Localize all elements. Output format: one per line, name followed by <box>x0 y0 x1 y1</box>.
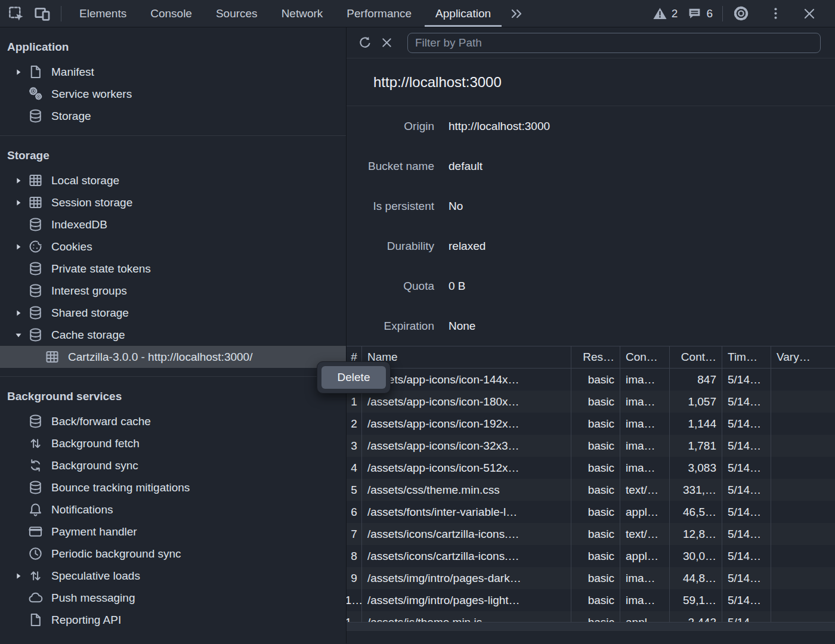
expander-right-icon[interactable] <box>13 197 27 208</box>
sidebar-item-shared-storage[interactable]: Shared storage <box>0 302 346 324</box>
warnings-counter[interactable]: 2 <box>652 6 678 21</box>
sidebar-item-manifest[interactable]: Manifest <box>0 61 346 83</box>
cell: appl… <box>620 545 670 567</box>
cell: 1 <box>347 391 362 413</box>
table-row[interactable]: 5/assets/css/theme.min.cssbasictext/…331… <box>347 479 835 501</box>
tab-elements[interactable]: Elements <box>67 0 138 27</box>
expander-right-icon[interactable] <box>13 67 27 78</box>
table-row[interactable]: 2/assets/app-icons/icon-192x…basicima…1,… <box>347 413 835 435</box>
sidebar-item-storage[interactable]: Storage <box>0 105 346 127</box>
cell <box>771 479 835 501</box>
table-row[interactable]: 1…/assets/js/theme.min.jsbasicappl…2,442… <box>347 611 835 622</box>
cell <box>771 523 835 545</box>
horizontal-scrollbar[interactable] <box>347 622 835 630</box>
table-row[interactable]: 0/assets/app-icons/icon-144x…basicima…84… <box>347 369 835 391</box>
cell: 1… <box>347 611 362 622</box>
column-header-tim[interactable]: Tim… <box>722 346 771 368</box>
sidebar-item-label: Bounce tracking mitigations <box>51 481 190 494</box>
cell: 5/14… <box>722 501 771 523</box>
settings-gear-icon[interactable] <box>732 5 750 22</box>
sidebar-item-push-messaging[interactable]: Push messaging <box>0 587 346 609</box>
column-header-cont[interactable]: Cont… <box>670 346 722 368</box>
expander-spacer <box>30 352 44 363</box>
application-sidebar: ApplicationManifestService workersStorag… <box>0 27 347 643</box>
expander-right-icon[interactable] <box>13 175 27 186</box>
sidebar-item-local-storage[interactable]: Local storage <box>0 169 346 191</box>
tabbar-right-group: 2 6 <box>652 0 835 27</box>
tab-performance[interactable]: Performance <box>335 0 423 27</box>
column-header-res[interactable]: Res… <box>571 346 620 368</box>
cell: 2 <box>347 413 362 435</box>
expander-right-icon[interactable] <box>13 308 27 318</box>
column-header-vary[interactable]: Vary… <box>771 346 835 368</box>
section-header-storage: Storage <box>0 144 346 169</box>
preview-footer <box>347 630 835 643</box>
kebab-menu-icon[interactable] <box>768 5 784 21</box>
detail-label: Durability <box>347 240 434 253</box>
table-row[interactable]: 1/assets/app-icons/icon-180x…basicima…1,… <box>347 391 835 413</box>
inspect-element-icon[interactable] <box>7 5 25 23</box>
cell: 7 <box>347 523 362 545</box>
sidebar-item-indexeddb[interactable]: IndexedDB <box>0 213 346 236</box>
sidebar-item-notifications[interactable]: Notifications <box>0 499 346 521</box>
sidebar-item-bounce-tracking-mitigations[interactable]: Bounce tracking mitigations <box>0 476 346 499</box>
column-header-name[interactable]: Name <box>362 346 571 368</box>
bell-icon <box>27 501 44 518</box>
expander-right-icon[interactable] <box>13 242 27 252</box>
sidebar-item-label: Payment handler <box>51 525 137 538</box>
table-row[interactable]: 9/assets/img/intro/pages-dark…basicima…4… <box>347 567 835 589</box>
table-row[interactable]: 4/assets/app-icons/icon-512x…basicima…3,… <box>347 457 835 479</box>
sidebar-item-label: Speculative loads <box>51 569 140 583</box>
cell: basic <box>571 589 620 611</box>
refresh-icon[interactable] <box>357 35 373 51</box>
cell: 2,442 <box>670 611 722 622</box>
tab-console[interactable]: Console <box>138 0 204 27</box>
close-devtools-icon[interactable] <box>802 6 817 21</box>
sidebar-item-periodic-background-sync[interactable]: Periodic background sync <box>0 543 346 565</box>
sidebar-item-background-fetch[interactable]: Background fetch <box>0 432 346 454</box>
db-icon <box>27 479 44 496</box>
expander-right-icon[interactable] <box>13 571 27 581</box>
sidebar-item-cache-storage[interactable]: Cache storage <box>0 324 346 346</box>
sidebar-item-session-storage[interactable]: Session storage <box>0 191 346 213</box>
cell: 1,144 <box>670 413 722 435</box>
sidebar-item-payment-handler[interactable]: Payment handler <box>0 521 346 543</box>
sidebar-item-cookies[interactable]: Cookies <box>0 236 346 258</box>
sidebar-item-service-workers[interactable]: Service workers <box>0 83 346 105</box>
cell: 5/14… <box>722 479 771 501</box>
cell: 5/14… <box>722 589 771 611</box>
issues-counter[interactable]: 6 <box>687 6 713 21</box>
bucket-details: Originhttp://localhost:3000Bucket namede… <box>347 106 835 346</box>
filter-by-path-input[interactable] <box>407 33 821 53</box>
tab-sources[interactable]: Sources <box>204 0 270 27</box>
sidebar-item-interest-groups[interactable]: Interest groups <box>0 280 346 302</box>
sidebar-item-background-sync[interactable]: Background sync <box>0 454 346 476</box>
context-menu-item-delete[interactable]: Delete <box>321 366 386 389</box>
cell: 12,8… <box>670 523 722 545</box>
more-tabs-icon[interactable] <box>503 0 530 27</box>
sidebar-item-cartzilla-3-0-0-http-localhost-3000[interactable]: Cartzilla-3.0.0 - http://localhost:3000/ <box>0 346 346 368</box>
table-row[interactable]: 8/assets/icons/cartzilla-icons.…basicapp… <box>347 545 835 567</box>
column-header-con[interactable]: Con… <box>620 346 670 368</box>
table-row[interactable]: 7/assets/icons/cartzilla-icons.…basictex… <box>347 523 835 545</box>
sidebar-item-label: Push messaging <box>51 592 135 605</box>
cell: ima… <box>620 369 670 391</box>
sidebar-item-private-state-tokens[interactable]: Private state tokens <box>0 258 346 280</box>
cell: /assets/fonts/inter-variable-l… <box>362 501 571 523</box>
tab-application[interactable]: Application <box>423 0 503 27</box>
gears-icon <box>27 86 44 102</box>
sidebar-item-reporting-api[interactable]: Reporting API <box>0 609 346 631</box>
sidebar-item-speculative-loads[interactable]: Speculative loads <box>0 565 346 587</box>
cell <box>771 501 835 523</box>
table-row[interactable]: 3/assets/app-icons/icon-32x3…basicima…1,… <box>347 435 835 457</box>
cell: basic <box>571 523 620 545</box>
clear-icon[interactable] <box>379 35 394 50</box>
table-row[interactable]: 1…/assets/img/intro/pages-light…basicima… <box>347 589 835 611</box>
expander-down-icon[interactable] <box>13 330 27 340</box>
sidebar-item-back-forward-cache[interactable]: Back/forward cache <box>0 410 346 432</box>
detail-row-durability: Durabilityrelaxed <box>347 226 835 266</box>
tab-network[interactable]: Network <box>270 0 335 27</box>
table-row[interactable]: 6/assets/fonts/inter-variable-l…basicapp… <box>347 501 835 523</box>
device-toolbar-icon[interactable] <box>33 5 51 23</box>
message-icon <box>687 6 702 21</box>
